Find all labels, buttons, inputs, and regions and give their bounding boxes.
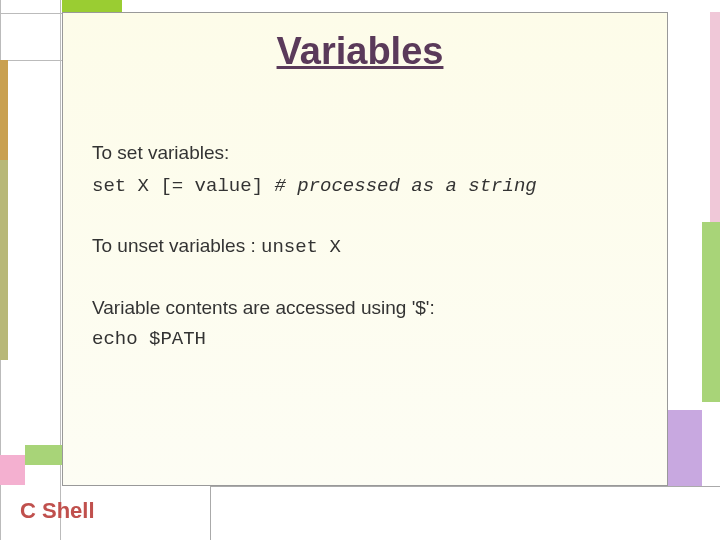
text-symbol: '$' [412, 297, 430, 318]
code-line: echo $PATH [92, 327, 652, 353]
text-line: Variable contents are accessed using '$'… [92, 295, 652, 321]
code-comment: # processed as a string [274, 175, 536, 197]
block-unset-variables: To unset variables : unset X [92, 233, 652, 261]
decor-grid-line [0, 13, 62, 14]
code-text: set X [= value] [92, 175, 274, 197]
block-set-variables: To set variables: set X [= value] # proc… [92, 140, 652, 199]
code-line: set X [= value] # processed as a string [92, 172, 652, 200]
slide-title: Variables [0, 30, 720, 73]
slide-body: To set variables: set X [= value] # proc… [92, 140, 652, 386]
text-span: To unset variables : [92, 235, 261, 256]
text-line: To set variables: [92, 140, 652, 166]
footer-panel [210, 486, 720, 540]
code-text: unset X [261, 236, 341, 258]
footer-label: C Shell [20, 498, 95, 524]
decor-block-green [702, 222, 720, 402]
text-span: Variable contents are accessed using [92, 297, 412, 318]
decor-block-purple [668, 410, 702, 486]
text-span: : [430, 297, 435, 318]
decor-block-olive [0, 160, 8, 360]
text-line: To unset variables : unset X [92, 233, 652, 261]
block-access-variables: Variable contents are accessed using '$'… [92, 295, 652, 352]
decor-block-ochre [0, 60, 8, 160]
decor-block-pink [0, 455, 25, 485]
